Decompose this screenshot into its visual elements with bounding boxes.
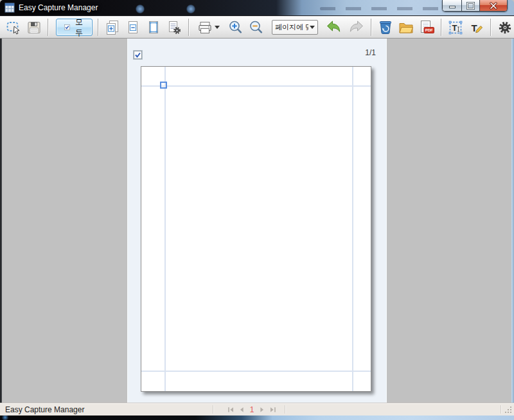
document-panel: 1/1 <box>127 39 387 403</box>
page-indicator: 1/1 <box>365 48 376 57</box>
margin-guide-bottom <box>141 371 371 372</box>
window-right-edge <box>511 39 514 403</box>
settings-button[interactable] <box>496 18 514 37</box>
window-left-edge <box>0 39 2 403</box>
text-edit-button[interactable]: T <box>467 18 485 37</box>
minimize-button[interactable] <box>442 0 461 12</box>
printer-icon <box>197 20 213 35</box>
redo-button[interactable] <box>346 18 366 37</box>
main-area: 1/1 <box>0 39 514 403</box>
statusbar-separator <box>213 405 213 414</box>
toolbar: 모두 <box>0 16 514 39</box>
save-icon <box>26 20 42 35</box>
zoom-out-button[interactable] <box>247 18 265 37</box>
text-edit-icon: T <box>468 19 484 36</box>
close-button[interactable] <box>479 0 508 12</box>
remove-page-button[interactable] <box>124 18 142 37</box>
select-all-toggle[interactable]: 모두 <box>56 19 93 36</box>
zoom-in-button[interactable] <box>227 18 245 37</box>
status-text: Easy Capture Manager <box>5 405 84 414</box>
first-page-icon <box>227 407 234 413</box>
add-page-icon <box>104 19 121 36</box>
minimize-icon <box>448 2 456 10</box>
app-icon <box>4 3 15 13</box>
toolbar-separator <box>188 19 189 36</box>
undo-icon <box>325 19 343 36</box>
page-border-button[interactable] <box>145 18 163 37</box>
toolbar-separator <box>371 19 371 36</box>
next-page-button[interactable] <box>258 406 266 414</box>
page-border-icon <box>145 19 162 36</box>
zoom-level-dropdown[interactable]: 페이지에 맞춤 <box>272 20 318 35</box>
window-bottom-edge <box>0 416 514 420</box>
maximize-button[interactable] <box>461 0 479 12</box>
dropdown-arrow-icon <box>215 26 220 29</box>
zoom-in-icon <box>227 19 244 36</box>
resize-grip[interactable] <box>504 406 513 414</box>
page-settings-button[interactable] <box>165 18 183 37</box>
page-navigator: 1 <box>221 403 283 416</box>
checkbox-checked-icon <box>134 51 142 59</box>
page-select-checkbox[interactable] <box>133 50 143 60</box>
titlebar: Easy Capture Manager <box>0 0 514 16</box>
maximize-icon <box>466 2 475 10</box>
save-button[interactable] <box>26 18 42 37</box>
margin-guide-right <box>352 67 353 391</box>
add-page-button[interactable] <box>103 18 121 37</box>
toolbar-separator <box>98 19 98 36</box>
app-window: Easy Capture Manager <box>0 0 514 420</box>
redo-icon <box>347 19 365 36</box>
pdf-label: PDF <box>425 28 433 32</box>
prev-page-button[interactable] <box>238 406 245 414</box>
delete-button[interactable] <box>377 18 394 37</box>
checkbox-checked-icon <box>64 23 70 31</box>
toolbar-separator <box>490 19 491 36</box>
margin-guide-left <box>164 67 166 391</box>
close-icon <box>489 2 498 10</box>
margin-guide-top <box>141 85 371 87</box>
zoom-out-icon <box>248 19 265 36</box>
pdf-icon: PDF <box>418 19 435 36</box>
current-page-number: 1 <box>249 405 256 414</box>
folder-icon <box>398 19 414 36</box>
statusbar-separator <box>285 405 285 414</box>
text-select-button[interactable]: T <box>447 18 465 37</box>
status-bar: Easy Capture Manager 1 <box>0 403 514 416</box>
document-page[interactable] <box>141 66 371 392</box>
capture-region-icon <box>6 19 22 36</box>
print-dropdown-button[interactable] <box>197 18 220 37</box>
gear-icon <box>497 19 513 36</box>
last-page-button[interactable] <box>269 406 277 414</box>
window-controls <box>442 0 508 12</box>
statusbar-separator <box>501 405 501 414</box>
dropdown-arrow-icon <box>310 26 315 29</box>
undo-button[interactable] <box>324 18 344 37</box>
next-page-icon <box>259 407 265 413</box>
text-glyph: T <box>452 22 457 32</box>
open-folder-button[interactable] <box>397 18 415 37</box>
text-select-icon: T <box>447 19 464 36</box>
select-all-label: 모두 <box>74 17 84 39</box>
first-page-button[interactable] <box>227 406 235 414</box>
prev-page-icon <box>238 407 245 413</box>
recycle-bin-icon <box>377 19 394 36</box>
selection-handle[interactable] <box>160 82 167 89</box>
capture-button[interactable] <box>5 18 23 37</box>
zoom-level-value: 페이지에 맞춤 <box>275 22 308 32</box>
toolbar-separator <box>441 19 441 36</box>
window-title: Easy Capture Manager <box>19 3 98 12</box>
remove-page-icon <box>125 19 141 36</box>
page-settings-icon <box>166 19 182 36</box>
last-page-icon <box>270 407 276 413</box>
export-pdf-button[interactable]: PDF <box>418 18 436 37</box>
toolbar-separator <box>48 19 48 36</box>
